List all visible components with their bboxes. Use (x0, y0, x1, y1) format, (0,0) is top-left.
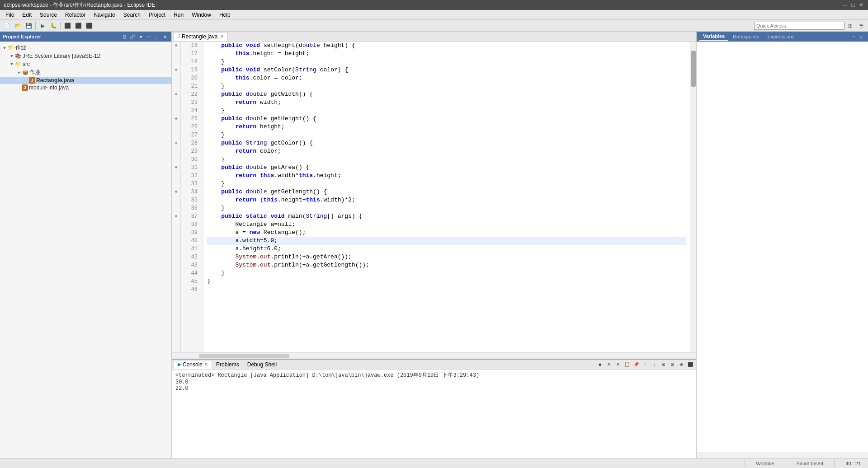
rp-maximize[interactable]: □ (858, 33, 865, 40)
horizontal-scrollbar[interactable] (172, 352, 696, 359)
tree-item[interactable]: JRectangle.java (0, 77, 171, 84)
gutter-marker (172, 180, 180, 188)
line-number: 26 (181, 123, 200, 131)
menu-item-run[interactable]: Run (170, 11, 187, 19)
toolbar-btn-2[interactable]: ⬛ (73, 21, 83, 31)
console-toolbar-btn-10[interactable]: ⬛ (686, 360, 694, 369)
console-toolbar-btn-5[interactable]: ↑ (641, 360, 649, 369)
code-editor: ◈◈◈◈◈◈◈◈ 1617181920212223242526272829303… (172, 42, 696, 352)
bottom-panel: ▶Console✕ProblemsDebug Shell■✕✕📋📌↑↓⊞⊠⊞⬛ … (172, 359, 696, 458)
right-panel-hscrollbar[interactable] (697, 452, 868, 458)
rp-tab-expressions[interactable]: Expressions (764, 33, 798, 40)
perspective-java-btn[interactable]: ☕ (856, 21, 866, 31)
toolbar-save[interactable]: 💾 (24, 21, 33, 31)
line-number: 25 (181, 115, 200, 123)
console-toolbar-btn-6[interactable]: ↓ (650, 360, 658, 369)
gutter-marker (172, 107, 180, 115)
rp-tab-breakpoints[interactable]: Breakpoints (729, 33, 763, 40)
toolbar-debug[interactable]: 🐛 (48, 21, 58, 31)
toolbar-sep-2 (60, 22, 61, 30)
bottom-tab-label: Problems (216, 361, 239, 368)
bottom-tab-debug shell[interactable]: Debug Shell (243, 360, 281, 369)
status-sep-2 (785, 460, 785, 467)
scrollbar-thumb[interactable] (691, 51, 696, 87)
code-content[interactable]: public void setHeight(double height) { t… (203, 42, 690, 352)
rp-minimize[interactable]: ─ (850, 33, 857, 40)
title-bar: eclipse-workspace - 作业/src/作业/Rectangle.… (0, 0, 868, 10)
code-line: public double getHeight() { (207, 115, 686, 123)
line-number: 18 (181, 58, 200, 66)
editor-tab-rectangle[interactable]: J Rectangle.java ✕ (174, 32, 228, 41)
gutter-marker (172, 50, 180, 58)
sidebar-close[interactable]: ✕ (161, 33, 169, 40)
code-line: a.height=6.0; (207, 245, 686, 253)
line-number: 43 (181, 261, 200, 269)
code-line: public double getArea() { (207, 164, 686, 172)
code-line: Rectangle a=null; (207, 220, 686, 229)
line-number: 38 (181, 220, 200, 229)
menu-item-refactor[interactable]: Refactor (61, 11, 89, 19)
console-toolbar-btn-7[interactable]: ⊞ (659, 360, 667, 369)
console-toolbar-btn-9[interactable]: ⊞ (677, 360, 685, 369)
toolbar-btn-3[interactable]: ⬛ (84, 21, 94, 31)
gutter-marker (172, 253, 180, 261)
console-toolbar-btn-8[interactable]: ⊠ (668, 360, 676, 369)
toolbar-btn-1[interactable]: ⬛ (62, 21, 72, 31)
right-panel-content (697, 42, 868, 452)
console-toolbar-btn-2[interactable]: ✕ (614, 360, 622, 369)
tree-item[interactable]: ▼📦作业 (0, 68, 171, 77)
toolbar-open[interactable]: 📂 (13, 21, 23, 31)
sidebar-maximize[interactable]: □ (153, 33, 160, 40)
sidebar-link[interactable]: 🔗 (129, 33, 136, 40)
bottom-tab-label: Debug Shell (247, 361, 277, 368)
toolbar-new[interactable]: 📄 (2, 21, 12, 31)
tree-label: JRE System Library [JavaSE-12] (23, 53, 102, 59)
console-toolbar: ■✕✕📋📌↑↓⊞⊠⊞⬛ (596, 360, 694, 369)
rp-tab-variables[interactable]: Variables (699, 33, 728, 41)
menu-item-file[interactable]: File (2, 11, 18, 19)
gutter-marker (172, 245, 180, 253)
code-line: } (207, 131, 686, 139)
tree-item[interactable]: ▼📁src (0, 60, 171, 68)
line-number: 33 (181, 180, 200, 188)
menu-item-navigate[interactable]: Navigate (90, 11, 118, 19)
tab-close-btn[interactable]: ✕ (220, 34, 224, 39)
console-toolbar-btn-0[interactable]: ■ (596, 360, 604, 369)
sidebar-minimize[interactable]: ─ (145, 33, 152, 40)
sidebar-title: Project Explorer (3, 34, 41, 39)
bottom-tab-close[interactable]: ✕ (204, 362, 208, 367)
h-scrollbar-thumb[interactable] (199, 354, 289, 358)
tree-item[interactable]: ▼📁作业 (0, 43, 171, 52)
minimize-button[interactable]: ─ (842, 2, 848, 8)
menu-item-search[interactable]: Search (120, 11, 144, 19)
line-number: 17 (181, 50, 200, 58)
sidebar-collapse[interactable]: ⊟ (121, 33, 128, 40)
status-insert-mode: Smart Insert (793, 461, 827, 466)
perspective-btn[interactable]: ⊞ (845, 21, 855, 31)
console-toolbar-btn-1[interactable]: ✕ (605, 360, 613, 369)
tree-item[interactable]: Jmodule-info.java (0, 84, 171, 91)
line-number: 27 (181, 131, 200, 139)
maximize-button[interactable]: □ (850, 2, 856, 8)
editor-scrollbar[interactable] (690, 42, 696, 352)
right-panel-tabs: VariablesBreakpointsExpressions (699, 33, 798, 41)
menu-item-edit[interactable]: Edit (19, 11, 35, 19)
menu-item-project[interactable]: Project (145, 11, 169, 19)
code-line: this.color = color; (207, 74, 686, 82)
window-controls: ─ □ ✕ (842, 2, 864, 8)
console-terminated: <terminated> Rectangle [Java Application… (175, 371, 693, 379)
sidebar-menu[interactable]: ▾ (137, 33, 144, 40)
console-output-line: 30.0 (175, 379, 693, 385)
menu-item-source[interactable]: Source (36, 11, 61, 19)
console-toolbar-btn-4[interactable]: 📌 (632, 360, 640, 369)
bottom-tab-console[interactable]: ▶Console✕ (174, 360, 212, 369)
console-toolbar-btn-3[interactable]: 📋 (623, 360, 631, 369)
quick-access-input[interactable] (754, 22, 844, 30)
menu-item-window[interactable]: Window (188, 11, 215, 19)
menu-item-help[interactable]: Help (216, 11, 234, 19)
toolbar-run[interactable]: ▶ (38, 21, 47, 31)
tree-item[interactable]: ▼📚JRE System Library [JavaSE-12] (0, 52, 171, 60)
close-button[interactable]: ✕ (858, 2, 864, 8)
bottom-tab-problems[interactable]: Problems (212, 360, 243, 369)
quick-access (754, 22, 844, 30)
